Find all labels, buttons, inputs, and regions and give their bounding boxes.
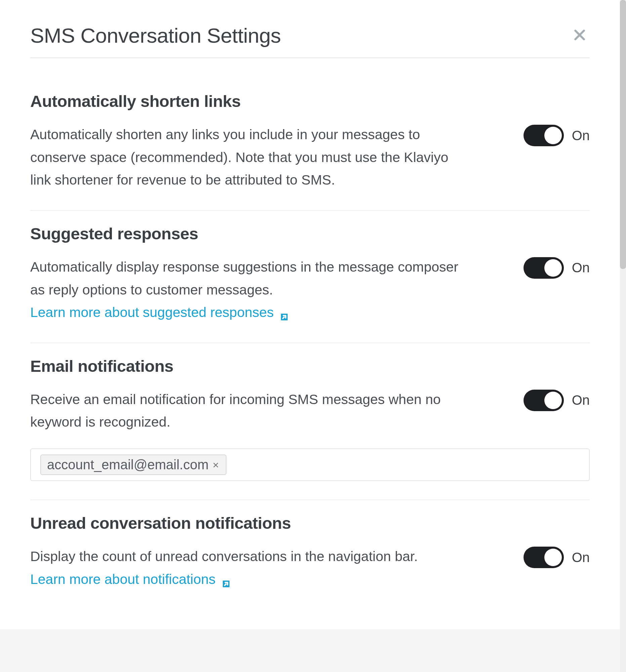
external-link-icon: [220, 574, 232, 585]
suggested-responses-link-text: Learn more about suggested responses: [30, 301, 274, 324]
toggle-knob: [544, 549, 562, 566]
email-notifications-title: Email notifications: [30, 357, 590, 376]
suggested-responses-text: Automatically display response suggestio…: [30, 256, 470, 324]
email-tag-text: account_email@email.com: [47, 457, 209, 472]
email-tag-remove-button[interactable]: ×: [212, 459, 220, 470]
modal-title: SMS Conversation Settings: [30, 24, 281, 47]
unread-notifications-description: Display the count of unread conversation…: [30, 549, 418, 564]
section-suggested-responses: Suggested responses Automatically displa…: [30, 211, 590, 343]
sms-conversation-settings-modal: SMS Conversation Settings Automatically …: [0, 0, 620, 629]
unread-notifications-text: Display the count of unread conversation…: [30, 545, 470, 591]
shorten-links-description: Automatically shorten any links you incl…: [30, 123, 470, 192]
section-email-notifications: Email notifications Receive an email not…: [30, 343, 590, 500]
email-notifications-toggle-label: On: [572, 393, 590, 408]
suggested-responses-toggle-wrap: On: [524, 257, 590, 279]
unread-notifications-link-text: Learn more about notifications: [30, 568, 216, 591]
unread-notifications-toggle[interactable]: [524, 547, 564, 568]
unread-notifications-toggle-wrap: On: [524, 547, 590, 568]
email-tag: account_email@email.com ×: [40, 455, 226, 475]
unread-notifications-row: Display the count of unread conversation…: [30, 545, 590, 591]
suggested-responses-description: Automatically display response suggestio…: [30, 259, 458, 297]
external-link-icon: [279, 307, 290, 318]
modal-header: SMS Conversation Settings: [30, 24, 590, 58]
section-unread-notifications: Unread conversation notifications Displa…: [30, 500, 590, 609]
email-notifications-description: Receive an email notification for incomi…: [30, 388, 470, 434]
unread-notifications-title: Unread conversation notifications: [30, 514, 590, 532]
toggle-knob: [544, 127, 562, 144]
email-notifications-toggle[interactable]: [524, 390, 564, 411]
unread-notifications-toggle-label: On: [572, 550, 590, 565]
close-icon: [572, 28, 587, 42]
toggle-knob: [544, 259, 562, 277]
toggle-knob: [544, 392, 562, 409]
email-notifications-toggle-wrap: On: [524, 390, 590, 411]
unread-notifications-learn-more-link[interactable]: Learn more about notifications: [30, 568, 232, 591]
suggested-responses-title: Suggested responses: [30, 224, 590, 243]
shorten-links-title: Automatically shorten links: [30, 92, 590, 111]
shorten-links-toggle-label: On: [572, 128, 590, 143]
suggested-responses-toggle[interactable]: [524, 257, 564, 279]
shorten-links-row: Automatically shorten any links you incl…: [30, 123, 590, 192]
suggested-responses-learn-more-link[interactable]: Learn more about suggested responses: [30, 301, 290, 324]
email-notifications-row: Receive an email notification for incomi…: [30, 388, 590, 434]
shorten-links-toggle[interactable]: [524, 125, 564, 146]
suggested-responses-row: Automatically display response suggestio…: [30, 256, 590, 324]
scrollbar[interactable]: [620, 0, 626, 629]
section-shorten-links: Automatically shorten links Automaticall…: [30, 78, 590, 211]
shorten-links-toggle-wrap: On: [524, 125, 590, 146]
close-button[interactable]: [570, 25, 590, 46]
scrollbar-thumb[interactable]: [620, 0, 626, 269]
email-input-box[interactable]: account_email@email.com ×: [30, 449, 590, 481]
suggested-responses-toggle-label: On: [572, 260, 590, 275]
